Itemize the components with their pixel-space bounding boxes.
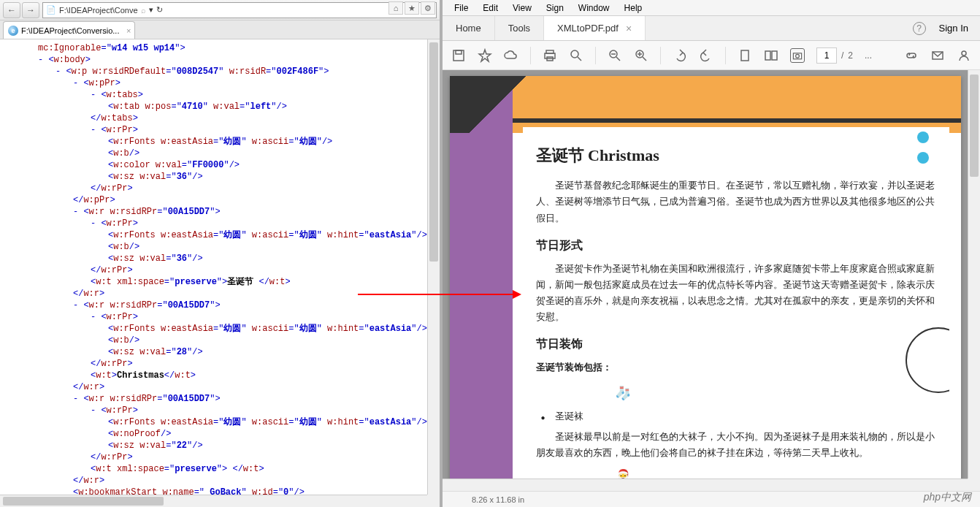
zoom-menu[interactable]: ... bbox=[865, 50, 872, 61]
undo-icon[interactable] bbox=[673, 48, 687, 63]
menu-sign[interactable]: Sign bbox=[540, 1, 570, 15]
save-icon[interactable] bbox=[451, 48, 466, 63]
ie-icon: e bbox=[8, 26, 18, 36]
doc-h2b: 节日装饰 bbox=[536, 334, 936, 354]
page-sep: / bbox=[841, 50, 843, 61]
forward-button[interactable]: → bbox=[22, 2, 39, 18]
xml-line: </w:r> bbox=[6, 381, 440, 393]
browser-tab[interactable]: e F:\IDEAProject\Conversio... × bbox=[3, 21, 135, 39]
xml-line: <w:sz w:val="36"/> bbox=[6, 171, 440, 183]
doc-bold1: 圣诞节装饰包括： bbox=[536, 359, 936, 376]
xml-line: </w:rPr> bbox=[6, 358, 440, 370]
doc-h2a: 节日形式 bbox=[536, 235, 936, 255]
tab-tools[interactable]: Tools bbox=[495, 16, 544, 40]
doc-p3: 圣诞袜最早以前是一对红色的大袜子，大小不拘。因为圣诞袜子是用来装礼物的，所以是小… bbox=[536, 429, 936, 461]
svg-rect-4 bbox=[545, 53, 555, 58]
tab-home[interactable]: Home bbox=[443, 16, 495, 40]
refresh-icon[interactable]: ↻ bbox=[156, 5, 163, 15]
profile-icon[interactable] bbox=[957, 48, 971, 63]
xml-line: - <w:rPr> bbox=[6, 405, 440, 416]
xml-line: <w:color w:val="FF0000"/> bbox=[6, 159, 440, 171]
xml-line: <w:rFonts w:eastAsia="幼圆" w:ascii="幼圆" w… bbox=[6, 416, 440, 428]
menu-file[interactable]: File bbox=[448, 1, 474, 15]
search-icon: ⌕ bbox=[141, 6, 146, 15]
scrollbar-thumb[interactable] bbox=[3, 497, 164, 506]
sign-in-button[interactable]: Sign In bbox=[939, 23, 968, 34]
xml-line: </w:rPr> bbox=[6, 183, 440, 194]
gear-icon[interactable]: ⚙ bbox=[421, 1, 435, 15]
annotation-arrow bbox=[358, 294, 518, 295]
svg-line-7 bbox=[578, 57, 581, 61]
xml-line: - <w:pPr> bbox=[6, 77, 440, 89]
home-icon[interactable]: ⌂ bbox=[388, 1, 403, 15]
search-icon[interactable] bbox=[569, 48, 583, 63]
help-icon[interactable]: ? bbox=[913, 22, 926, 35]
scrollbar-thumb[interactable] bbox=[970, 75, 979, 177]
svg-line-10 bbox=[616, 57, 620, 61]
view-single-icon[interactable] bbox=[738, 48, 752, 63]
xml-line: <w:t xml:space="preserve"> </w:t> bbox=[6, 463, 440, 475]
vertical-scrollbar[interactable] bbox=[427, 39, 440, 495]
tab-close-icon[interactable]: × bbox=[126, 26, 131, 35]
scrollbar-thumb[interactable] bbox=[429, 42, 438, 262]
xml-line: <w:b/> bbox=[6, 148, 440, 159]
menu-help[interactable]: Help bbox=[619, 1, 648, 15]
xml-line: <w:rFonts w:eastAsia="幼圆" w:ascii="幼圆" w… bbox=[6, 229, 440, 241]
xml-line: - <w:r w:rsidRPr="00A15DD7"> bbox=[6, 206, 440, 218]
svg-marker-2 bbox=[479, 50, 491, 61]
address-bar[interactable]: 📄 F:\IDEAProject\Conve ⌕ ▾ ↻ bbox=[42, 2, 437, 18]
star-icon[interactable] bbox=[478, 48, 492, 63]
menu-view[interactable]: View bbox=[507, 1, 537, 15]
zoom-out-icon[interactable] bbox=[608, 48, 622, 63]
xml-line: mc:Ignorable="w14 w15 wp14"> bbox=[6, 42, 440, 54]
sock-icon: 🧦 bbox=[615, 382, 936, 405]
cloud-icon[interactable] bbox=[504, 48, 518, 63]
xml-line: <w:sz w:val="22"/> bbox=[6, 440, 440, 451]
xml-line: - <w:r w:rsidRPr="00A15DD7"> bbox=[6, 393, 440, 405]
scroll-corner bbox=[968, 479, 980, 491]
close-icon[interactable]: × bbox=[626, 23, 632, 34]
menu-bar: File Edit View Sign Window Help bbox=[443, 0, 980, 16]
horizontal-scrollbar[interactable] bbox=[0, 495, 427, 507]
xml-line: - <w:r w:rsidRPr="00A15DD7"> bbox=[6, 300, 440, 311]
svg-point-6 bbox=[571, 50, 578, 58]
horizontal-scrollbar[interactable] bbox=[443, 479, 968, 491]
menu-edit[interactable]: Edit bbox=[477, 1, 504, 15]
vertical-scrollbar[interactable] bbox=[968, 70, 980, 479]
view-dual-icon[interactable] bbox=[764, 48, 778, 63]
menu-window[interactable]: Window bbox=[573, 1, 616, 15]
addr-divider: ▾ bbox=[149, 5, 153, 15]
page-total: 2 bbox=[848, 50, 853, 61]
link-icon[interactable] bbox=[904, 48, 919, 63]
doc-title: 圣诞节 Christmas bbox=[536, 142, 936, 169]
page-input[interactable] bbox=[816, 47, 837, 64]
xml-line: <w:b/> bbox=[6, 241, 440, 253]
xml-line: - <w:rPr> bbox=[6, 218, 440, 229]
mail-icon[interactable] bbox=[930, 48, 945, 63]
page-size: 8.26 x 11.68 in bbox=[472, 495, 524, 504]
zoom-in-icon[interactable] bbox=[634, 48, 648, 63]
xml-line: - <w:body> bbox=[6, 54, 440, 66]
redo-icon[interactable] bbox=[699, 48, 713, 63]
doc-p2: 圣诞贺卡作为圣诞节礼物在美国和欧洲很流行，许多家庭随贺卡带上年度家庭合照或家庭新… bbox=[536, 261, 936, 325]
xml-line: </w:tabs> bbox=[6, 113, 440, 124]
file-icon: 📄 bbox=[46, 5, 56, 15]
svg-rect-1 bbox=[456, 50, 462, 54]
camera-icon[interactable] bbox=[790, 48, 805, 63]
back-button[interactable]: ← bbox=[3, 2, 20, 18]
xml-line: </w:pPr> bbox=[6, 194, 440, 206]
star-icon[interactable]: ★ bbox=[405, 1, 419, 15]
doc-tab-title: XMLtoPDF.pdf bbox=[557, 23, 619, 34]
tab-document[interactable]: XMLtoPDF.pdf × bbox=[544, 16, 646, 40]
xml-line: <w:tab w:pos="4710" w:val="left"/> bbox=[6, 101, 440, 113]
xml-line: - <w:p w:rsidRDefault="008D2547" w:rsidR… bbox=[6, 66, 440, 77]
address-text: F:\IDEAProject\Conve bbox=[59, 6, 138, 15]
xml-line: <w:rFonts w:eastAsia="幼圆" w:ascii="幼圆"/> bbox=[6, 136, 440, 148]
print-icon[interactable] bbox=[543, 48, 557, 63]
doc-p1: 圣诞节基督教纪念耶稣诞生的重要节日。在圣诞节，常以互赠礼物，举行欢宴，并以圣诞老… bbox=[536, 178, 936, 226]
pdf-page: 圣诞节 Christmas 圣诞节基督教纪念耶稣诞生的重要节日。在圣诞节，常以互… bbox=[450, 76, 961, 479]
tab-title: F:\IDEAProject\Conversio... bbox=[21, 26, 120, 35]
status-bar: 8.26 x 11.68 in bbox=[443, 491, 980, 507]
xml-line: - <w:tabs> bbox=[6, 89, 440, 101]
toolbar: / 2 ... bbox=[443, 41, 980, 70]
